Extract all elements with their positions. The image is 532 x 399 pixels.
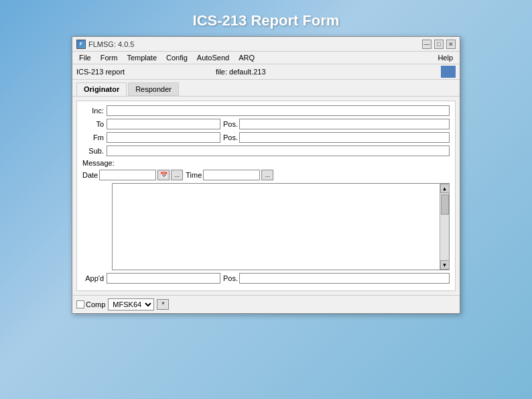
- window-title: FLMSG: 4.0.5: [88, 40, 134, 48]
- scroll-thumb[interactable]: [441, 194, 449, 215]
- app-window: F FLMSG: 4.0.5 — □ ✕ File Form Template …: [72, 36, 460, 314]
- calendar-button[interactable]: 📅: [157, 170, 170, 180]
- maximize-button[interactable]: □: [434, 40, 444, 49]
- date-input[interactable]: [99, 170, 156, 180]
- menu-bar: File Form Template Config AutoSend ARQ H…: [72, 52, 460, 64]
- pos-label-1: Pos.: [223, 120, 238, 128]
- scroll-up-arrow[interactable]: ▲: [440, 184, 450, 193]
- file-label: file: default.213: [216, 68, 266, 76]
- time-input[interactable]: [203, 170, 260, 180]
- message-label-col: Message: Date 📅 ... Time ...: [82, 159, 273, 180]
- fm-input[interactable]: [107, 132, 220, 143]
- inc-row: Inc:: [82, 105, 450, 116]
- date-time-wrapper: Date 📅 ... Time ...: [82, 170, 273, 180]
- appd-pos-input[interactable]: [239, 273, 450, 284]
- date-label: Date: [82, 171, 98, 179]
- comp-label[interactable]: Comp: [76, 300, 105, 308]
- to-label: To: [82, 120, 107, 128]
- menu-autosend[interactable]: AutoSend: [193, 53, 233, 62]
- message-scrollbar: ▲ ▼: [440, 184, 449, 270]
- time-extra-button[interactable]: ...: [261, 170, 273, 180]
- menu-help[interactable]: Help: [434, 53, 457, 62]
- to-pos-input[interactable]: [239, 119, 450, 129]
- minimize-button[interactable]: —: [422, 40, 431, 49]
- appd-row: App'd Pos.: [82, 273, 450, 284]
- comp-checkbox[interactable]: [76, 300, 84, 308]
- report-label: ICS-213 report: [76, 68, 125, 76]
- tab-originator[interactable]: Originator: [76, 82, 127, 96]
- appd-label: App'd: [82, 274, 107, 282]
- message-row: Message: Date 📅 ... Time ...: [82, 159, 450, 180]
- scroll-down-arrow[interactable]: ▼: [440, 260, 450, 270]
- message-label: Message:: [82, 159, 115, 167]
- form-content: Inc: To Pos. Fm Pos. Sub. Message:: [76, 101, 456, 291]
- star-button[interactable]: *: [157, 299, 169, 310]
- tab-responder[interactable]: Responder: [128, 82, 179, 96]
- message-textarea[interactable]: [113, 184, 440, 270]
- status-bar: ICS-213 report file: default.213: [72, 64, 460, 80]
- bottom-bar: Comp MFSK64 *: [72, 295, 460, 313]
- menu-file[interactable]: File: [75, 53, 95, 62]
- to-input[interactable]: [107, 119, 220, 129]
- close-button[interactable]: ✕: [446, 40, 456, 49]
- pos-label-2: Pos.: [223, 133, 238, 141]
- sub-label: Sub.: [82, 147, 107, 155]
- status-indicator: [441, 66, 456, 78]
- tabs-bar: Originator Responder: [72, 80, 460, 97]
- title-bar-controls: — □ ✕: [422, 40, 456, 49]
- menu-template[interactable]: Template: [123, 53, 161, 62]
- to-row: To Pos.: [82, 119, 450, 129]
- page-title: ICS-213 Report Form: [193, 12, 340, 30]
- comp-text: Comp: [86, 300, 105, 308]
- sub-row: Sub.: [82, 146, 450, 156]
- inc-label: Inc:: [82, 107, 107, 115]
- message-textarea-wrap: ▲ ▼: [112, 183, 450, 270]
- message-textarea-container: ▲ ▼: [109, 183, 450, 270]
- time-label: Time: [186, 171, 202, 179]
- comp-select[interactable]: MFSK64: [108, 298, 154, 310]
- fm-pos-input[interactable]: [239, 132, 450, 143]
- inc-input[interactable]: [107, 105, 450, 116]
- date-extra-button[interactable]: ...: [171, 170, 183, 180]
- appd-input[interactable]: [107, 273, 220, 284]
- menu-arq[interactable]: ARQ: [235, 53, 259, 62]
- title-bar: F FLMSG: 4.0.5 — □ ✕: [72, 37, 460, 52]
- fm-label: Fm: [82, 133, 107, 141]
- menu-form[interactable]: Form: [96, 53, 122, 62]
- fm-row: Fm Pos.: [82, 132, 450, 143]
- title-bar-left: F FLMSG: 4.0.5: [76, 40, 134, 49]
- menu-config[interactable]: Config: [162, 53, 192, 62]
- app-icon: F: [76, 40, 86, 49]
- pos-label-3: Pos.: [223, 274, 238, 282]
- sub-input[interactable]: [107, 146, 450, 156]
